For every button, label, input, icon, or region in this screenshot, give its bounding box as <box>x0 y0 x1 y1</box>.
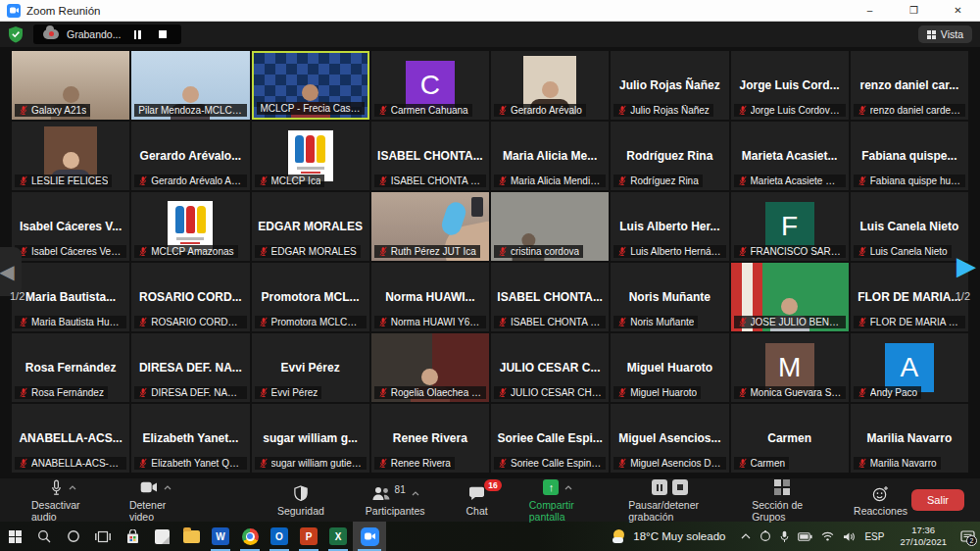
word-button[interactable]: W <box>206 522 235 551</box>
file-explorer-button[interactable] <box>176 522 206 551</box>
participant-tile[interactable]: Miguel HuarotoMiguel Huaroto <box>611 333 728 402</box>
chevron-up-icon[interactable] <box>69 485 76 490</box>
participant-tile[interactable]: MCLCP - Frecia Castilla <box>252 51 369 120</box>
cortana-button[interactable] <box>59 522 88 551</box>
participant-tile[interactable]: Marilia NavarroMarilia Navarro <box>851 404 968 473</box>
taskbar-clock[interactable]: 17:36 27/10/2021 <box>892 525 955 548</box>
pause-recording-icon[interactable] <box>652 479 667 495</box>
chat-button[interactable]: 16 Chat <box>463 483 492 517</box>
stop-video-button[interactable]: Detener video <box>125 477 187 523</box>
start-button[interactable] <box>0 522 29 551</box>
participant-tile[interactable]: Evvi PérezEvvi Pérez <box>252 333 369 402</box>
phone-icon <box>471 197 483 217</box>
task-view-button[interactable] <box>88 522 118 551</box>
action-center-button[interactable]: 2 <box>955 522 980 551</box>
participant-tile[interactable]: Ruth Pérez JUT Ica <box>371 192 489 261</box>
participant-tile[interactable]: CCarmen Cahuana <box>371 51 489 120</box>
sticky-notes-button[interactable] <box>147 522 176 551</box>
participant-tile[interactable]: Rogelia Olaechea Ga... <box>371 333 489 402</box>
window-title-bar: Zoom Reunión – ❐ ✕ <box>0 0 980 22</box>
participant-tile[interactable]: ANABELLA-ACS...ANABELLA-ACS-AS.PA... <box>12 404 129 473</box>
restore-button[interactable]: ❐ <box>892 0 936 21</box>
participant-tile[interactable]: Luis Canela NietoLuis Canela Nieto <box>851 192 968 261</box>
participant-tile[interactable]: Noris MuñanteNoris Muñante <box>611 263 728 331</box>
next-page-button[interactable]: ▶ <box>956 253 976 278</box>
previous-page-button[interactable]: ◀ <box>0 247 22 296</box>
participant-tile[interactable]: Fabiana quispe...Fabiana quispe huanc... <box>851 122 968 190</box>
speaker-icon[interactable] <box>843 531 856 542</box>
close-button[interactable]: ✕ <box>936 0 980 21</box>
participant-tile[interactable]: Miguel Asencios...Miguel Asencios DRT... <box>611 404 728 473</box>
battery-icon[interactable] <box>798 532 812 541</box>
participant-tile[interactable]: Maria Bautista...Maria Bautista Huanc... <box>12 263 129 331</box>
participant-tile[interactable]: CarmenCarmen <box>731 404 849 473</box>
participant-tile[interactable]: Renee RiveraRenee Rivera <box>371 404 489 473</box>
powerpoint-button[interactable]: P <box>294 522 323 551</box>
participant-tile[interactable]: EDGAR MORALESEDGAR MORALES <box>252 192 369 261</box>
zoom-taskbar-button[interactable] <box>353 522 386 551</box>
participant-tile[interactable]: renzo daniel car...renzo daniel cardena.… <box>851 51 968 120</box>
view-button[interactable]: Vista <box>918 25 972 43</box>
participant-tile[interactable]: DIRESA DEF. NA...DIRESA DEF. NAC. Ge... <box>131 333 249 402</box>
participant-tile[interactable]: Gerardo Arévalo <box>491 51 609 120</box>
chrome-button[interactable] <box>235 522 265 551</box>
share-screen-button[interactable]: ↑ Compartir pantalla <box>525 477 592 523</box>
leave-meeting-button[interactable]: Salir <box>911 489 964 511</box>
participant-tile[interactable]: Julio Rojas ÑañezJulio Rojas Ñañez <box>611 51 728 120</box>
participant-tile[interactable]: Jorge Luis Cord...Jorge Luis Cordova P..… <box>731 51 849 120</box>
participant-tile[interactable]: MCLCP Amazonas <box>131 192 249 261</box>
participant-tile[interactable]: FLOR DE MARIA...FLOR DE MARIA PNC... <box>851 263 968 331</box>
participant-tile[interactable]: Gerardo Arévalo...Gerardo Arévalo Aré... <box>131 122 249 190</box>
participant-tile[interactable]: Luis Alberto Her...Luis Alberto Hernánd.… <box>611 192 728 261</box>
participant-tile[interactable]: ISABEL CHONTA...ISABEL CHONTA CANO <box>491 263 609 331</box>
participant-tile[interactable]: Rodríguez RinaRodríguez Rina <box>611 122 728 190</box>
participant-tile[interactable]: Elizabeth Yanet...Elizabeth Yanet Quisp.… <box>131 404 249 473</box>
participant-tile[interactable]: Maria Alicia Me...Maria Alicia Mendiz ..… <box>491 122 609 190</box>
your-phone-icon[interactable] <box>760 530 771 542</box>
chevron-up-icon[interactable] <box>741 533 751 539</box>
participant-tile[interactable]: Norma HUAWI...Norma HUAWI Y6 2019 <box>371 263 489 331</box>
microphone-icon[interactable] <box>780 530 789 543</box>
excel-button[interactable]: X <box>323 522 353 551</box>
participant-tile[interactable]: MCLCP Ica <box>252 122 369 190</box>
reactions-button[interactable]: Reacciones <box>850 483 911 517</box>
participant-tile[interactable]: FFRANCISCO SARAVIA <box>731 192 849 261</box>
stop-recording-button[interactable] <box>154 26 172 42</box>
microsoft-store-button[interactable] <box>118 522 147 551</box>
participant-tile[interactable]: AAndy Paco <box>851 333 968 402</box>
participant-tile[interactable]: Isabel Cáceres V...Isabel Cáceres Ventur… <box>12 192 129 261</box>
security-button[interactable]: Seguridad <box>273 483 328 517</box>
pause-recording-button[interactable] <box>128 26 146 42</box>
participant-tile[interactable]: ISABEL CHONTA...ISABEL CHONTA CANO <box>371 122 489 190</box>
participant-tile[interactable]: Galaxy A21s <box>12 51 129 120</box>
participant-tile[interactable]: Marieta Acasiet...Marieta Acasiete Cac..… <box>731 122 849 190</box>
participant-tile[interactable]: sugar william g...sugar william gutierre… <box>252 404 369 473</box>
participant-tile[interactable]: Soriee Calle Espi...Soriee Calle Espinoz… <box>491 404 609 473</box>
mute-audio-button[interactable]: Desactivar audio <box>27 477 100 523</box>
search-button[interactable] <box>29 522 59 551</box>
participant-tile[interactable]: LESLIE FELICES <box>12 122 129 190</box>
weather-widget[interactable]: 18°C Muy soleado <box>605 529 733 544</box>
participant-tile[interactable]: Rosa FernándezRosa Fernández <box>12 333 129 402</box>
chevron-up-icon[interactable] <box>164 485 172 490</box>
participant-tile[interactable]: JULIO CESAR C...JULIO CESAR CHAVEZ <box>491 333 609 402</box>
participant-tile[interactable]: cristina cordova <box>491 192 609 261</box>
minimize-button[interactable]: – <box>848 0 892 21</box>
participant-tile[interactable]: MMonica Guevara Sara... <box>731 333 849 402</box>
participant-tile[interactable]: ROSARIO CORD...ROSARIO CORDOVA-... <box>131 263 249 331</box>
meeting-info-shield-icon[interactable] <box>8 25 24 43</box>
chevron-up-icon[interactable] <box>412 491 419 496</box>
participant-tile[interactable]: JOSE JULIO BENDEZU... <box>731 263 849 331</box>
participant-tile[interactable]: Pilar Mendoza-MCLCP Ica <box>131 51 249 120</box>
outlook-button[interactable]: O <box>265 522 294 551</box>
participants-button[interactable]: 81 Participantes <box>362 483 429 517</box>
participant-name-label: Carmen <box>734 457 790 470</box>
pause-stop-recording-button[interactable]: Pausar/detener grabación <box>624 477 714 523</box>
chevron-up-icon[interactable] <box>564 485 572 490</box>
participant-name-label: Evvi Pérez <box>255 386 322 399</box>
stop-recording-icon[interactable] <box>672 479 688 495</box>
breakout-rooms-button[interactable]: Sección de Grupos <box>748 477 816 523</box>
language-indicator[interactable]: ESP <box>864 531 884 542</box>
wifi-icon[interactable] <box>821 531 834 541</box>
participant-tile[interactable]: Promotora MCL...Promotora MCLCP Ica <box>252 263 369 331</box>
